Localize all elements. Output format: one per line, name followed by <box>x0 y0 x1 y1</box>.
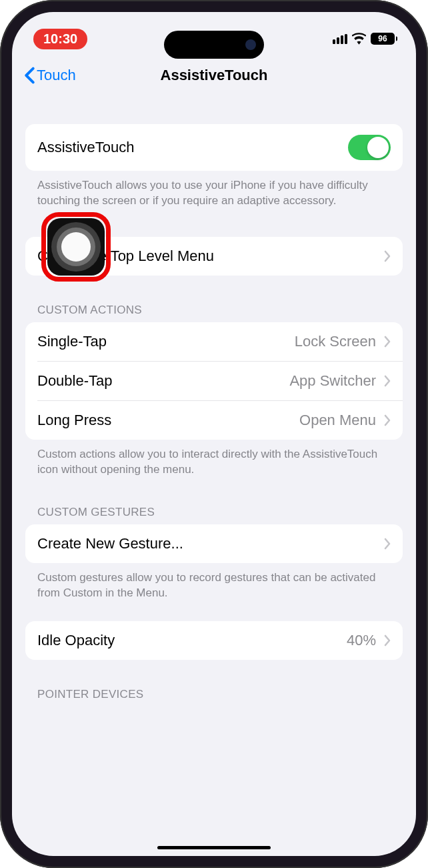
front-camera <box>245 39 256 50</box>
assistivetouch-floating-button-highlight <box>41 212 111 282</box>
custom-actions-header: CUSTOM ACTIONS <box>25 304 403 322</box>
chevron-right-icon <box>384 414 391 426</box>
chevron-right-icon <box>384 634 391 646</box>
chevron-left-icon <box>24 67 35 84</box>
chevron-right-icon <box>384 375 391 387</box>
status-indicators: 96 <box>333 33 395 45</box>
phone-frame: 10:30 96 Touch AssistiveTouch <box>0 0 428 868</box>
idle-opacity-value: 40% <box>347 632 376 649</box>
custom-actions-footer: Custom actions allow you to interact dir… <box>25 440 403 478</box>
pointer-devices-header: POINTER DEVICES <box>25 688 403 707</box>
page-title: AssistiveTouch <box>161 67 268 84</box>
assistivetouch-switch[interactable] <box>348 135 391 160</box>
chevron-right-icon <box>384 538 391 550</box>
idle-opacity-row[interactable]: Idle Opacity 40% <box>25 621 403 660</box>
battery-indicator: 96 <box>371 33 395 45</box>
single-tap-label: Single-Tap <box>37 333 107 350</box>
single-tap-value: Lock Screen <box>295 333 376 350</box>
status-time-recording[interactable]: 10:30 <box>33 29 87 49</box>
custom-actions-group: Single-Tap Lock Screen Double-Tap App Sw… <box>25 322 403 440</box>
custom-gestures-header: CUSTOM GESTURES <box>25 506 403 524</box>
double-tap-label: Double-Tap <box>37 372 113 390</box>
wifi-icon <box>352 33 366 45</box>
custom-gestures-footer: Custom gestures allow you to record gest… <box>25 563 403 601</box>
chevron-right-icon <box>384 336 391 348</box>
double-tap-value: App Switcher <box>289 372 376 390</box>
custom-gestures-group: Create New Gesture... <box>25 524 403 563</box>
chevron-right-icon <box>384 250 391 262</box>
cellular-signal-icon <box>333 34 347 44</box>
assistivetouch-toggle-row[interactable]: AssistiveTouch <box>25 124 403 171</box>
back-label: Touch <box>37 67 76 84</box>
screen: 10:30 96 Touch AssistiveTouch <box>12 12 416 856</box>
create-new-gesture-row[interactable]: Create New Gesture... <box>25 524 403 563</box>
double-tap-row[interactable]: Double-Tap App Switcher <box>37 361 403 400</box>
long-press-label: Long Press <box>37 412 111 429</box>
settings-content: AssistiveTouch AssistiveTouch allows you… <box>12 92 416 707</box>
assistivetouch-icon <box>51 222 101 272</box>
dynamic-island <box>164 31 264 59</box>
idle-opacity-label: Idle Opacity <box>37 632 115 649</box>
assistivetouch-toggle-label: AssistiveTouch <box>37 139 135 156</box>
create-gesture-label: Create New Gesture... <box>37 535 183 552</box>
home-indicator[interactable] <box>157 846 271 849</box>
back-button[interactable]: Touch <box>24 67 76 84</box>
long-press-value: Open Menu <box>299 412 376 429</box>
idle-opacity-group: Idle Opacity 40% <box>25 621 403 660</box>
assistivetouch-toggle-group: AssistiveTouch <box>25 124 403 171</box>
long-press-row[interactable]: Long Press Open Menu <box>37 400 403 440</box>
single-tap-row[interactable]: Single-Tap Lock Screen <box>25 322 403 361</box>
assistivetouch-description: AssistiveTouch allows you to use your iP… <box>25 171 403 209</box>
switch-knob <box>367 137 389 158</box>
assistivetouch-floating-button[interactable] <box>47 218 105 276</box>
